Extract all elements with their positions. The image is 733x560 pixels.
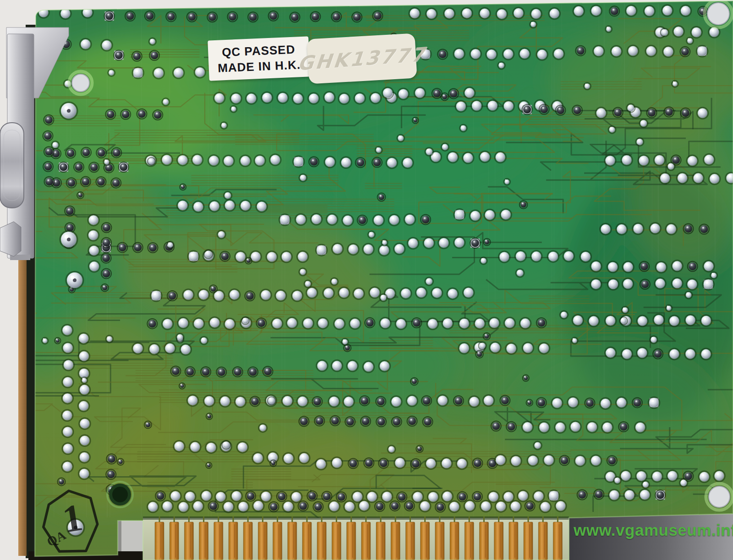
watermark-text: www.vgamuseum.info: [574, 521, 733, 539]
qa-stamp: 1 QA: [33, 482, 107, 560]
hex-standoff-nut: [0, 222, 21, 256]
vga-connector: [0, 123, 24, 208]
pcb-photo: QC PASSED MADE IN H.K. GHK13777 1 QA www…: [0, 0, 733, 560]
qc-sticker: QC PASSED MADE IN H.K.: [208, 36, 310, 81]
pcb-board-graphic: [0, 0, 733, 560]
watermark: www.vgamuseum.info: [574, 518, 729, 542]
qc-sticker-line2: MADE IN H.K.: [218, 57, 301, 76]
serial-number: GHK13777: [296, 43, 427, 75]
isa-edge-connector: [143, 517, 569, 560]
serial-sticker: GHK13777: [306, 33, 417, 84]
pcb-board: [0, 0, 733, 560]
